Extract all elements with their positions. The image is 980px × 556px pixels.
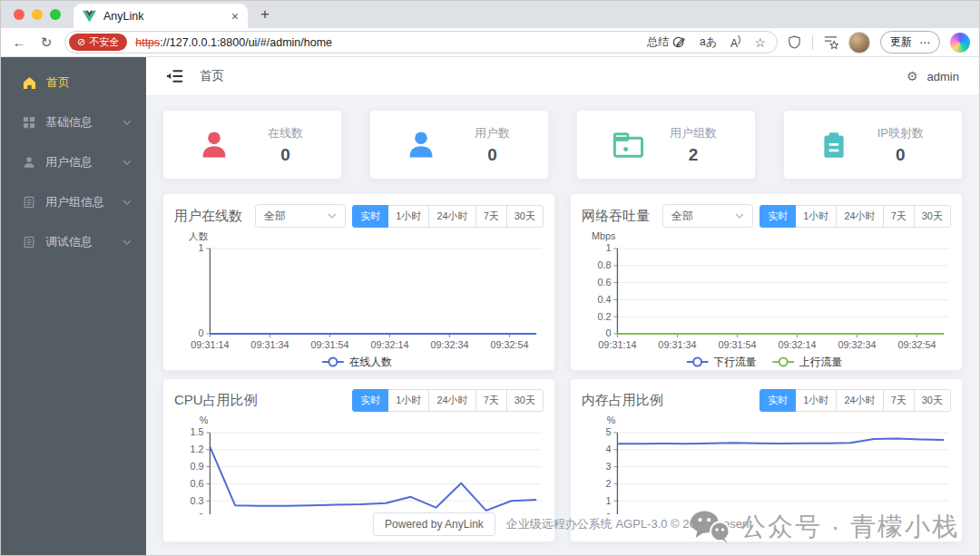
sidebar-item-label: 用户信息 (45, 154, 93, 171)
close-window-button[interactable] (14, 9, 24, 20)
favorite-star-icon[interactable]: ☆ (754, 35, 766, 50)
grid-icon (23, 116, 35, 129)
browser-essentials-icon[interactable] (787, 34, 802, 50)
svg-text:1: 1 (605, 242, 611, 253)
time-range-30d-button[interactable]: 30天 (914, 389, 951, 412)
stat-label: 用户组数 (670, 125, 717, 141)
read-aloud-icon[interactable]: A) (730, 34, 740, 50)
time-range-7d-button[interactable]: 7天 (475, 205, 507, 228)
time-range-realtime-button[interactable]: 实时 (760, 389, 796, 412)
time-range-30d-button[interactable]: 30天 (506, 389, 544, 412)
svg-text:0.4: 0.4 (597, 294, 611, 305)
chart-card-online-users: 用户在线数 全部 实时 1小时 24小时 7天 30天 (162, 193, 555, 371)
chart-title: 网络吞吐量 (582, 208, 650, 225)
time-range-1h-button[interactable]: 1小时 (795, 389, 837, 412)
ip-map-icon (818, 129, 849, 161)
sidebar-item-label: 调试信息 (45, 234, 93, 250)
browser-tab[interactable]: AnyLink × (74, 4, 248, 28)
window-controls (14, 9, 61, 20)
stat-card-users: 用户数 0 (369, 110, 549, 180)
svg-text:09:32:14: 09:32:14 (778, 339, 816, 350)
sidebar-item-basic-info[interactable]: 基础信息 (1, 102, 146, 142)
svg-text:0.6: 0.6 (597, 277, 611, 288)
security-badge[interactable]: ⊘ 不安全 (69, 34, 127, 51)
translate-icon[interactable]: aあ (700, 34, 717, 50)
select-value: 全部 (264, 209, 286, 224)
time-range-30d-button[interactable]: 30天 (914, 205, 951, 228)
favorites-hub-icon[interactable] (823, 34, 838, 50)
copilot-icon[interactable] (950, 33, 970, 53)
svg-text:1.5: 1.5 (190, 426, 203, 437)
stat-card-ip-mappings: IP映射数 0 (783, 110, 963, 180)
time-range-24h-button[interactable]: 24小时 (836, 205, 883, 228)
time-range-24h-button[interactable]: 24小时 (428, 389, 475, 412)
svg-text:%: % (200, 416, 209, 425)
minimize-window-button[interactable] (32, 9, 43, 20)
gear-icon[interactable]: ⚙ (906, 69, 918, 83)
sidebar-item-debug-info[interactable]: 调试信息 (1, 222, 146, 262)
time-range-1h-button[interactable]: 1小时 (387, 389, 429, 412)
group-folder-icon (612, 129, 646, 161)
stat-value: 0 (475, 145, 510, 165)
username[interactable]: admin (927, 70, 959, 83)
scope-select[interactable]: 全部 (662, 204, 753, 228)
time-range-7d-button[interactable]: 7天 (883, 389, 915, 412)
dashboard-content: 在线数 0 用户数 0 (146, 96, 979, 542)
svg-text:1.2: 1.2 (190, 444, 203, 454)
scope-select[interactable]: 全部 (255, 204, 346, 228)
refresh-icon[interactable]: ↻ (37, 34, 55, 51)
sidebar-item-user-info[interactable]: 用户信息 (1, 142, 146, 182)
time-range-24h-button[interactable]: 24小时 (428, 205, 475, 228)
chart-card-network-throughput: 网络吞吐量 全部 实时 1小时 24小时 7天 30天 (570, 193, 963, 371)
svg-text:09:31:14: 09:31:14 (191, 339, 229, 350)
sidebar-item-home[interactable]: 首页 (1, 63, 146, 102)
stat-value: 0 (877, 145, 924, 165)
app-header: 首页 ⚙ admin (146, 57, 979, 96)
svg-text:0.2: 0.2 (597, 311, 611, 322)
breadcrumb[interactable]: 首页 (200, 68, 224, 84)
time-range-7d-button[interactable]: 7天 (475, 389, 507, 412)
time-range-realtime-button[interactable]: 实时 (760, 205, 796, 228)
svg-text:5: 5 (605, 426, 611, 437)
stat-value: 0 (268, 145, 303, 165)
maximize-window-button[interactable] (50, 9, 61, 20)
svg-text:在线人数: 在线人数 (349, 356, 392, 368)
tab-close-icon[interactable]: × (231, 9, 239, 24)
time-range-buttons: 实时 1小时 24小时 7天 30天 (760, 205, 951, 228)
svg-text:0.8: 0.8 (597, 259, 611, 270)
user-icon (23, 156, 35, 169)
select-value: 全部 (671, 209, 693, 224)
clipboard-icon (23, 236, 35, 249)
home-icon (23, 76, 36, 90)
time-range-realtime-button[interactable]: 实时 (352, 205, 388, 228)
address-bar[interactable]: ⊘ 不安全 https://127.0.0.1:8800/ui/#/admin/… (64, 31, 778, 54)
svg-text:09:31:34: 09:31:34 (658, 339, 696, 350)
chevron-down-icon (122, 160, 132, 166)
time-range-realtime-button[interactable]: 实时 (352, 389, 388, 412)
update-button[interactable]: 更新 ⋯ (880, 31, 940, 54)
watermark: 公众号 · 青檬小栈 (690, 510, 959, 544)
sidebar-item-user-group-info[interactable]: 用户组信息 (1, 182, 146, 222)
more-menu-icon[interactable]: ⋯ (919, 36, 930, 49)
time-range-24h-button[interactable]: 24小时 (836, 389, 883, 412)
time-range-30d-button[interactable]: 30天 (506, 205, 544, 228)
stat-label: 用户数 (475, 125, 510, 141)
time-range-1h-button[interactable]: 1小时 (387, 205, 429, 228)
url-text[interactable]: https://127.0.0.1:8800/ui/#/admin/home (135, 36, 332, 49)
summarize-button[interactable]: 总结 (647, 34, 686, 50)
svg-text:1: 1 (605, 495, 611, 506)
profile-avatar[interactable] (848, 32, 870, 54)
users-icon (405, 129, 437, 161)
new-tab-button[interactable]: + (253, 5, 277, 24)
svg-text:09:31:14: 09:31:14 (598, 339, 636, 350)
back-icon[interactable]: ← (10, 34, 28, 50)
chevron-down-icon (122, 120, 132, 126)
svg-text:09:32:14: 09:32:14 (370, 339, 408, 350)
summarize-label: 总结 (647, 34, 669, 50)
sidebar: 首页 基础信息 用户信息 (1, 57, 146, 556)
powered-by-badge[interactable]: Powered by AnyLink (373, 512, 495, 536)
collapse-menu-icon[interactable] (166, 69, 183, 83)
svg-text:09:32:34: 09:32:34 (838, 339, 876, 350)
time-range-7d-button[interactable]: 7天 (883, 205, 915, 228)
time-range-1h-button[interactable]: 1小时 (795, 205, 837, 228)
